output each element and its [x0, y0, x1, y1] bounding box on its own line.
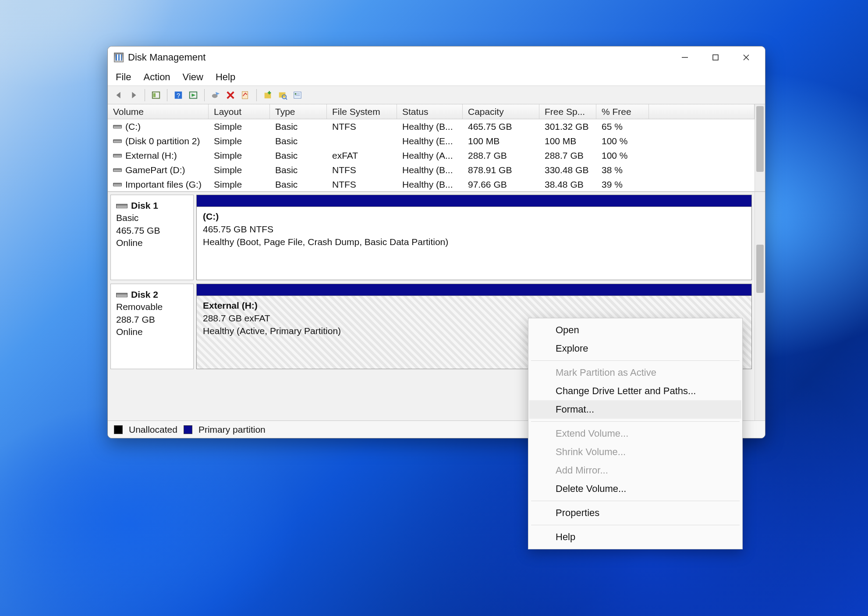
cell-pct: 100 % [596, 136, 649, 146]
properties-icon[interactable] [239, 89, 252, 102]
ctx-format[interactable]: Format... [529, 400, 741, 419]
svg-rect-11 [265, 93, 271, 98]
cell-fs: NTFS [327, 165, 397, 175]
ctx-extend-volume: Extend Volume... [529, 424, 741, 443]
cell-layout: Simple [209, 136, 270, 146]
col-filesystem[interactable]: File System [327, 104, 397, 119]
col-freespace[interactable]: Free Sp... [539, 104, 596, 119]
cell-capacity: 288.7 GB [463, 150, 539, 161]
table-row[interactable]: (Disk 0 partition 2)SimpleBasicHealthy (… [108, 134, 755, 148]
cell-status: Healthy (B... [397, 165, 463, 175]
cell-capacity: 465.75 GB [463, 121, 539, 132]
cell-pct: 39 % [596, 179, 649, 190]
cell-type: Basic [270, 121, 327, 132]
disk-icon [116, 204, 128, 208]
svg-line-14 [285, 98, 287, 100]
col-volume[interactable]: Volume [108, 104, 209, 119]
ctx-open[interactable]: Open [529, 321, 741, 339]
table-row[interactable]: Important files (G:)SimpleBasicNTFSHealt… [108, 177, 755, 191]
volume-icon [113, 183, 122, 186]
disk-graph-scrollbar[interactable] [755, 192, 765, 420]
context-menu: Open Explore Mark Partition as Active Ch… [528, 318, 743, 549]
disk-info[interactable]: Disk 2 Removable 288.7 GB Online [110, 284, 194, 369]
partition-block[interactable]: (C:) 465.75 GB NTFS Healthy (Boot, Page … [196, 195, 752, 280]
show-hide-console-tree-icon[interactable] [149, 89, 163, 102]
ctx-properties[interactable]: Properties [529, 504, 741, 522]
menubar: File Action View Help [108, 68, 765, 86]
close-button[interactable] [731, 46, 762, 68]
col-layout[interactable]: Layout [209, 104, 270, 119]
cell-status: Healthy (B... [397, 179, 463, 190]
svg-rect-1 [713, 55, 718, 60]
titlebar[interactable]: Disk Management [108, 46, 765, 68]
menu-view[interactable]: View [183, 71, 203, 83]
ctx-change-drive-letter[interactable]: Change Drive Letter and Paths... [529, 382, 741, 400]
table-row[interactable]: GamePart (D:)SimpleBasicNTFSHealthy (B..… [108, 163, 755, 177]
cell-type: Basic [270, 150, 327, 161]
cell-volume: Important files (G:) [125, 179, 202, 190]
volume-icon [113, 168, 122, 172]
menu-help[interactable]: Help [216, 71, 235, 83]
cell-layout: Simple [209, 179, 270, 190]
refresh-icon[interactable] [209, 89, 222, 102]
minimize-button[interactable] [670, 46, 700, 68]
cell-free: 288.7 GB [539, 150, 596, 161]
legend-label-primary: Primary partition [198, 424, 266, 435]
settings-list-icon[interactable] [291, 89, 304, 102]
cell-status: Healthy (A... [397, 150, 463, 161]
ctx-explore[interactable]: Explore [529, 339, 741, 358]
cell-free: 100 MB [539, 136, 596, 146]
cell-capacity: 97.66 GB [463, 179, 539, 190]
col-status[interactable]: Status [397, 104, 463, 119]
cell-layout: Simple [209, 165, 270, 175]
cell-volume: GamePart (D:) [125, 165, 185, 175]
cell-layout: Simple [209, 121, 270, 132]
ctx-help[interactable]: Help [529, 528, 741, 546]
col-capacity[interactable]: Capacity [463, 104, 539, 119]
forward-button[interactable] [127, 89, 140, 102]
volume-icon [113, 154, 122, 157]
cell-pct: 65 % [596, 121, 649, 132]
cell-free: 38.48 GB [539, 179, 596, 190]
table-row[interactable]: External (H:)SimpleBasicexFATHealthy (A.… [108, 148, 755, 163]
col-type[interactable]: Type [270, 104, 327, 119]
cell-free: 301.32 GB [539, 121, 596, 132]
legend-swatch-primary [184, 425, 192, 434]
disk-row: Disk 1 Basic 465.75 GB Online (C:) 465.7… [110, 195, 752, 280]
app-icon [114, 53, 124, 62]
action-list-icon[interactable] [187, 89, 200, 102]
help-icon[interactable]: ? [172, 89, 185, 102]
window-title: Disk Management [128, 52, 205, 63]
table-header: Volume Layout Type File System Status Ca… [108, 104, 755, 119]
partition-color-bar [197, 195, 751, 207]
ctx-separator [531, 525, 740, 525]
new-volume-icon[interactable] [261, 89, 274, 102]
ctx-shrink-volume: Shrink Volume... [529, 443, 741, 461]
cell-volume: External (H:) [125, 150, 177, 161]
volume-icon [113, 139, 122, 143]
partition-color-bar [197, 284, 751, 296]
explore-icon[interactable] [276, 89, 289, 102]
cell-volume: (C:) [125, 121, 141, 132]
col-pctfree[interactable]: % Free [596, 104, 649, 119]
menu-action[interactable]: Action [143, 71, 170, 83]
table-row[interactable]: (C:)SimpleBasicNTFSHealthy (B...465.75 G… [108, 119, 755, 134]
svg-rect-10 [242, 91, 248, 99]
delete-icon[interactable] [224, 89, 237, 102]
ctx-separator [531, 360, 740, 361]
cell-status: Healthy (E... [397, 136, 463, 146]
svg-text:?: ? [177, 92, 180, 99]
ctx-delete-volume[interactable]: Delete Volume... [529, 480, 741, 498]
maximize-button[interactable] [700, 46, 731, 68]
cell-type: Basic [270, 165, 327, 175]
menu-file[interactable]: File [116, 71, 131, 83]
back-button[interactable] [112, 89, 125, 102]
svg-rect-5 [153, 93, 156, 97]
disk-info[interactable]: Disk 1 Basic 465.75 GB Online [110, 195, 194, 280]
ctx-separator [531, 501, 740, 501]
toolbar: ? [108, 86, 765, 104]
cell-volume: (Disk 0 partition 2) [125, 136, 200, 146]
volume-list-scrollbar[interactable] [755, 104, 765, 191]
cell-pct: 38 % [596, 165, 649, 175]
volume-list-pane: Volume Layout Type File System Status Ca… [108, 104, 765, 192]
